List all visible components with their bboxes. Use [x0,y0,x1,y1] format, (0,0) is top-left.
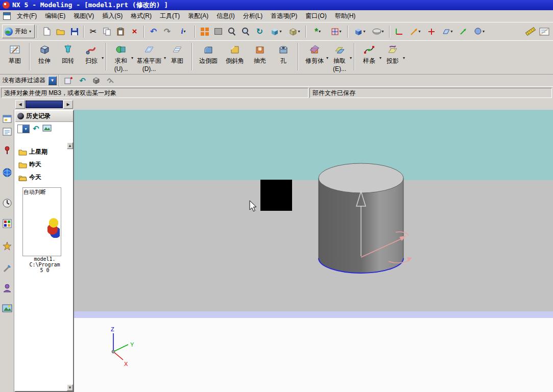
chevron-down-icon[interactable]: ▾ [280,29,282,34]
fit-view-button[interactable] [198,25,211,38]
chevron-down-icon[interactable]: ▾ [340,29,342,34]
chevron-down-icon[interactable]: ▾ [298,29,300,34]
menu-assemblies[interactable]: 装配(A) [184,10,212,22]
scene-image-icon[interactable] [2,303,13,314]
point-dialog-button[interactable] [424,25,438,38]
chevron-down-icon[interactable]: ▾ [29,29,31,34]
datum-plane-button[interactable]: 基准平面 (D)... ▾ [133,42,165,73]
active-palette-tab[interactable] [26,101,63,108]
history-preview-button[interactable] [42,125,52,133]
web-browser-icon[interactable] [2,167,13,178]
chevron-down-icon[interactable]: ▾ [364,29,366,34]
start-button[interactable]: 开始 ▾ [2,24,35,38]
reset-filter-button[interactable]: ↶ [76,74,89,87]
model-thumbnail[interactable] [47,216,60,238]
part-preview-box[interactable]: 自动判断 [22,187,61,256]
chevron-down-icon[interactable]: ▾ [451,29,453,34]
revolve-button[interactable]: 回转 [56,42,80,66]
tab-scroll-left-button[interactable]: ◀ [15,100,25,109]
curve-rule-button[interactable]: *▾ [308,25,327,38]
scroll-up-button[interactable]: ▲ [67,142,73,149]
wcs-dynamics-button[interactable] [392,25,406,38]
palette-icon[interactable] [2,240,13,252]
cut-button[interactable]: ✂ [86,25,100,38]
history-folder-today[interactable]: 今天 [18,171,71,184]
rotate-view-button[interactable]: ↻ [253,25,267,38]
scroll-down-button[interactable]: ▼ [67,384,73,391]
system-materials-icon[interactable] [2,218,13,229]
menu-preferences[interactable]: 首选项(P) [267,10,301,22]
menu-tools[interactable]: 工具(T) [156,10,184,22]
shaded-style-button[interactable]: ▾ [267,25,285,38]
new-file-button[interactable] [40,25,54,38]
extrude-button[interactable]: 拉伸 [33,42,56,66]
chevron-down-icon[interactable]: ▾ [319,29,321,34]
menu-analysis[interactable]: 分析(L) [239,10,267,22]
general-selection-filter-button[interactable] [62,74,76,87]
chevron-down-icon[interactable]: ▾ [483,29,485,34]
shell-button[interactable]: 抽壳 [248,42,272,66]
chamfer-button[interactable]: 倒斜角 [222,42,248,66]
chevron-down-icon[interactable]: ▾ [350,56,352,60]
zoom-box-button[interactable] [225,25,239,38]
shaded-region-button[interactable] [211,25,225,38]
menu-edit[interactable]: 编辑(E) [41,10,69,22]
assembly-navigator-icon[interactable] [2,113,13,125]
chevron-down-icon[interactable]: ▾ [102,56,104,60]
tab-scroll-right-button[interactable]: ▶ [63,100,73,109]
graphics-window[interactable]: Z Y X [74,110,553,392]
zoom-in-out-button[interactable] [239,25,253,38]
drafting-button[interactable] [537,25,551,38]
chevron-down-icon[interactable]: ▾ [419,29,421,34]
menu-information[interactable]: 信息(I) [212,10,238,22]
edge-blend-button[interactable]: 边倒圆 [195,42,222,66]
spline-button[interactable]: 样条 ▾ [357,42,381,66]
menu-file[interactable]: 文件(F) [13,10,41,22]
render-style-button[interactable]: ▾ [369,25,387,38]
history-palette-header[interactable]: 历史记录 [15,111,73,122]
information-button[interactable]: i▾ [174,25,193,38]
menu-insert[interactable]: 插入(S) [98,10,127,22]
coordinate-system-button[interactable]: ▾ [470,25,489,38]
menu-window[interactable]: 窗口(O) [301,10,330,22]
pin-icon[interactable] [2,144,13,156]
copy-button[interactable] [100,25,114,38]
menu-help[interactable]: 帮助(H) [331,10,360,22]
save-button[interactable] [67,25,81,38]
measure-distance-button[interactable] [523,25,537,38]
graphics-canvas[interactable]: Z Y X [74,110,553,392]
history-folder-lastweek[interactable]: 上星期 [18,145,71,158]
menu-format[interactable]: 格式(R) [127,10,156,22]
sweep-button[interactable]: 扫掠 ▾ [80,42,103,66]
unite-button[interactable]: 求和 (U)... ▾ [109,42,133,73]
chevron-down-icon[interactable]: ▾ [403,56,405,60]
trim-body-button[interactable]: 修剪体 ▾ [301,42,328,66]
chevron-down-icon[interactable]: ▾ [382,29,384,34]
open-file-button[interactable] [54,25,67,38]
wcs-origin-button[interactable]: ▾ [406,25,424,38]
roles-user-icon[interactable] [2,282,13,293]
paste-button[interactable] [114,25,128,38]
cylinder-top-face[interactable] [319,163,403,193]
selection-filter-dropdown[interactable]: ▼ [48,76,57,85]
plane-dialog-button[interactable]: ▾ [438,25,456,38]
extract-button[interactable]: 抽取 (E)... ▾ [328,42,351,73]
snap-point-button[interactable]: ▾ [327,25,345,38]
display-mode-button[interactable]: ▾ [285,25,303,38]
history-scrollbar[interactable]: ▲ ▼ [67,142,73,391]
raise-selection-button[interactable] [103,74,117,87]
menu-view[interactable]: 视图(V) [69,10,98,22]
chevron-down-icon[interactable]: ▾ [184,29,186,34]
tools-icon[interactable] [2,263,13,274]
solid-body-filter-button[interactable] [89,74,103,87]
titlebar[interactable]: NX 5 - Modeling - [model1.prt (修改的) ] [0,0,553,10]
sketch-button[interactable]: 草图 [3,42,27,66]
hole-button[interactable]: 孔 [272,42,295,66]
undo-button[interactable]: ↶ [147,25,160,38]
delete-button[interactable]: × [128,25,141,38]
sketch-plane-button[interactable]: 草图 [165,42,189,66]
history-back-button[interactable]: ↶ [33,124,39,133]
history-icon[interactable] [2,198,13,209]
part-navigator-icon[interactable] [2,126,13,137]
vector-dialog-button[interactable] [456,25,470,38]
